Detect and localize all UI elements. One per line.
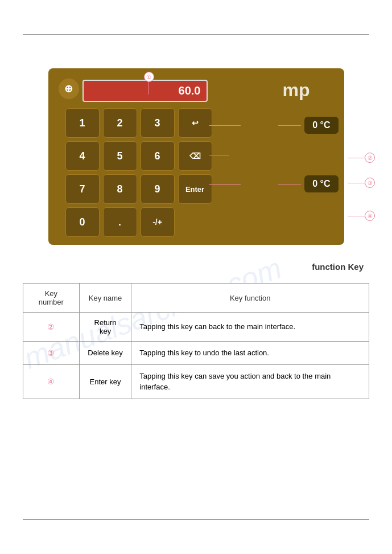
section-label: function Key xyxy=(23,262,369,272)
temp-badge-1: 0 °C xyxy=(304,117,338,134)
row2-number: ③ xyxy=(23,342,80,365)
annotation-1-circle: ① xyxy=(144,72,154,82)
top-rule xyxy=(23,34,369,35)
main-content: ① ⊕ mp 60.0 1 2 3 ↩ 4 5 6 ⌫ xyxy=(23,46,369,399)
key-9[interactable]: 9 xyxy=(141,174,175,204)
key-dot[interactable]: . xyxy=(103,207,137,237)
table-row: ③ Delete key Tapping this key to undo th… xyxy=(23,342,369,365)
key-delete[interactable]: ⌫ xyxy=(178,141,212,171)
col-header-function: Key function xyxy=(131,284,369,313)
thermo-icon: ⊕ xyxy=(59,79,79,99)
key-4[interactable]: 4 xyxy=(65,141,100,171)
key-return[interactable]: ↩ xyxy=(178,108,212,138)
key-8[interactable]: 8 xyxy=(103,174,137,204)
key-6[interactable]: 6 xyxy=(141,141,175,171)
key-empty xyxy=(178,207,212,237)
row1-number: ② xyxy=(23,313,80,342)
keypad-background: ⊕ mp 60.0 1 2 3 ↩ 4 5 6 ⌫ 7 8 9 En xyxy=(48,68,344,245)
key-1[interactable]: 1 xyxy=(65,108,100,138)
annotation-2: ② xyxy=(365,153,375,163)
col-header-name: Key name xyxy=(79,284,131,313)
key-0[interactable]: 0 xyxy=(65,207,100,237)
row3-function: Tapping this key can save you action and… xyxy=(131,364,369,399)
keypad-title: mp xyxy=(283,80,310,101)
table-row: ④ Enter key Tapping this key can save yo… xyxy=(23,364,369,399)
key-3[interactable]: 3 xyxy=(141,108,175,138)
row3-number: ④ xyxy=(23,364,80,399)
key-5[interactable]: 5 xyxy=(103,141,137,171)
key-7[interactable]: 7 xyxy=(65,174,100,204)
table-section: Key number Key name Key function ② Retur… xyxy=(23,283,369,399)
row1-name: Return key xyxy=(79,313,131,342)
bottom-rule xyxy=(23,519,369,520)
temp-badge-2: 0 °C xyxy=(304,175,338,192)
annotation-1-line xyxy=(148,82,149,95)
row2-name: Delete key xyxy=(79,342,131,365)
row3-name: Enter key xyxy=(79,364,131,399)
keys-grid: 1 2 3 ↩ 4 5 6 ⌫ 7 8 9 Enter 0 . -/+ xyxy=(65,108,212,237)
annotation-4: ④ xyxy=(365,211,375,221)
function-table: Key number Key name Key function ② Retur… xyxy=(23,283,369,399)
key-enter[interactable]: Enter xyxy=(178,174,212,204)
table-row: ② Return key Tapping this key can back t… xyxy=(23,313,369,342)
annotation-3: ③ xyxy=(365,178,375,188)
key-2[interactable]: 2 xyxy=(103,108,137,138)
col-header-number: Key number xyxy=(23,284,80,313)
row1-function: Tapping this key can back to the main in… xyxy=(131,313,369,342)
row2-function: Tapping this key to undo the last action… xyxy=(131,342,369,365)
key-plusminus[interactable]: -/+ xyxy=(141,207,175,237)
keypad-section: ① ⊕ mp 60.0 1 2 3 ↩ 4 5 6 ⌫ xyxy=(23,68,369,245)
